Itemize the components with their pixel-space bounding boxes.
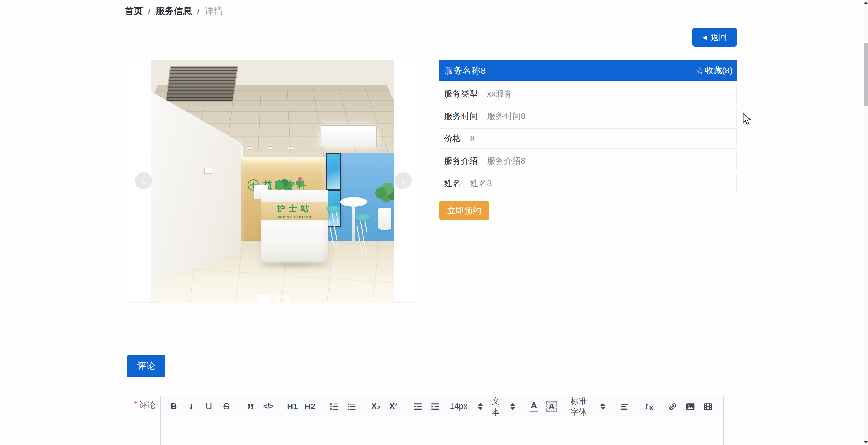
clinic-photo: 益廉专科 护士站 Nurse Station <box>151 60 394 303</box>
row-label: 姓名 <box>444 178 461 189</box>
breadcrumb-home[interactable]: 首页 <box>125 5 143 17</box>
carousel-indicator[interactable] <box>274 295 280 301</box>
photo-reception-desk: 护士站 Nurse Station <box>261 190 328 263</box>
carousel-indicator[interactable] <box>284 295 290 301</box>
heading1-button[interactable]: H1 <box>287 399 298 414</box>
insert-video-button[interactable] <box>703 399 713 414</box>
comment-field-label: * 评论 <box>134 399 156 411</box>
nurse-station-sign: 护士站 <box>277 203 312 214</box>
breadcrumb-service-info[interactable]: 服务信息 <box>156 5 192 17</box>
background-color-glyph: A <box>546 401 557 412</box>
chevron-left-icon: ‹ <box>142 175 145 187</box>
photo-wall-poster <box>326 153 341 190</box>
link-icon <box>668 402 678 411</box>
back-button[interactable]: ◀ 返回 <box>692 28 737 47</box>
font-size-value: 14px <box>450 402 468 411</box>
indent-button[interactable] <box>430 399 440 414</box>
strikethrough-glyph: S <box>223 402 229 411</box>
superscript-button[interactable]: X² <box>388 399 399 414</box>
chevron-right-icon: › <box>401 175 405 187</box>
scrollbar-down-arrow[interactable] <box>864 441 868 444</box>
service-panel-header: 服务名称8 ☆ 收藏(8) <box>439 60 737 82</box>
scrollbar[interactable] <box>863 0 868 445</box>
photo-ceiling-light <box>321 125 377 147</box>
underline-glyph: U <box>206 402 212 411</box>
subscript-button[interactable]: X₂ <box>371 399 381 414</box>
font-color-button[interactable]: A <box>529 399 539 414</box>
breadcrumb-separator: / <box>197 6 199 16</box>
outdent-button[interactable] <box>412 399 423 414</box>
ordered-list-button[interactable] <box>329 399 339 414</box>
service-row-price: 价格 8 <box>439 128 737 149</box>
book-now-button[interactable]: 立即预约 <box>439 201 489 220</box>
photo-desk-wood-band: 护士站 Nurse Station <box>261 202 328 220</box>
photo-stool-legs <box>358 221 367 255</box>
mouse-cursor <box>742 113 753 126</box>
scrollbar-thumb[interactable] <box>864 43 868 106</box>
select-arrows-icon <box>510 403 515 410</box>
favorite-label: 收藏(8) <box>705 65 733 76</box>
service-row-intro: 服务介绍 服务介绍8 <box>439 151 737 171</box>
row-value: 服务时间8 <box>487 111 526 122</box>
service-title: 服务名称8 <box>444 64 486 77</box>
underline-button[interactable]: U <box>204 399 214 414</box>
heading2-button[interactable]: H2 <box>305 399 315 414</box>
service-row-type: 服务类型 xx服务 <box>439 84 737 104</box>
carousel-indicators <box>127 295 419 301</box>
select-arrows-icon <box>600 403 605 410</box>
insert-link-button[interactable] <box>668 399 678 414</box>
bold-button[interactable]: B <box>168 399 179 414</box>
row-label: 服务介绍 <box>444 155 478 167</box>
paragraph-format-value: 文本 <box>492 396 500 417</box>
ordered-list-icon <box>329 402 339 411</box>
photo-table-leg <box>352 204 355 243</box>
align-icon <box>620 402 629 411</box>
code-button[interactable]: </> <box>263 399 273 414</box>
service-row-name: 姓名 姓名8 <box>439 173 737 194</box>
carousel-indicator[interactable] <box>257 295 270 301</box>
font-family-value: 标准字体 <box>570 396 590 417</box>
font-size-select[interactable]: 14px <box>454 399 478 414</box>
select-arrows-icon <box>478 403 483 410</box>
editor-content-area[interactable] <box>161 417 723 445</box>
image-carousel: 益廉专科 护士站 Nurse Station <box>127 60 420 303</box>
photo-light-switch <box>204 168 213 174</box>
outdent-icon <box>412 402 423 412</box>
paragraph-format-select[interactable]: 文本 <box>492 399 515 414</box>
carousel-next-button[interactable]: › <box>395 172 412 189</box>
scrollbar-up-arrow[interactable] <box>864 1 868 4</box>
photo-stool-legs <box>329 212 338 245</box>
row-label: 价格 <box>444 133 461 144</box>
comments-tab[interactable]: 评论 <box>127 355 165 377</box>
breadcrumb-current: 详情 <box>205 5 223 17</box>
video-icon <box>703 402 713 411</box>
row-value: 姓名8 <box>470 178 492 189</box>
back-button-label: 返回 <box>711 32 727 43</box>
back-arrow-icon: ◀ <box>703 34 707 40</box>
insert-image-button[interactable] <box>685 399 695 414</box>
font-family-select[interactable]: 标准字体 <box>570 399 605 414</box>
star-icon: ☆ <box>695 66 704 76</box>
background-color-button[interactable]: A <box>546 399 557 414</box>
service-detail-page: 首页 / 服务信息 / 详情 ◀ 返回 益廉专科 <box>0 0 868 445</box>
strikethrough-button[interactable]: S <box>221 399 231 414</box>
font-color-glyph: A <box>530 400 538 412</box>
align-button[interactable] <box>619 399 629 414</box>
row-value: 8 <box>470 134 475 144</box>
row-label: 服务类型 <box>444 88 478 99</box>
row-value: 服务介绍8 <box>487 155 526 167</box>
editor-toolbar: B I U S ” </> H1 H2 X₂ X² <box>161 396 723 417</box>
unordered-list-button[interactable] <box>346 399 357 414</box>
required-mark: * <box>134 399 137 411</box>
service-row-time: 服务时间 服务时间8 <box>439 106 737 126</box>
favorite-button[interactable]: ☆ 收藏(8) <box>695 65 733 76</box>
breadcrumb: 首页 / 服务信息 / 详情 <box>125 5 223 17</box>
photo-bar-stool <box>327 206 340 212</box>
clear-format-button[interactable]: T x <box>644 399 654 414</box>
photo-spotlight <box>287 146 295 150</box>
blockquote-button[interactable]: ” <box>245 399 256 414</box>
unordered-list-icon <box>347 402 356 411</box>
comment-label-text: 评论 <box>139 399 156 411</box>
italic-button[interactable]: I <box>186 399 196 414</box>
carousel-prev-button[interactable]: ‹ <box>135 172 152 189</box>
